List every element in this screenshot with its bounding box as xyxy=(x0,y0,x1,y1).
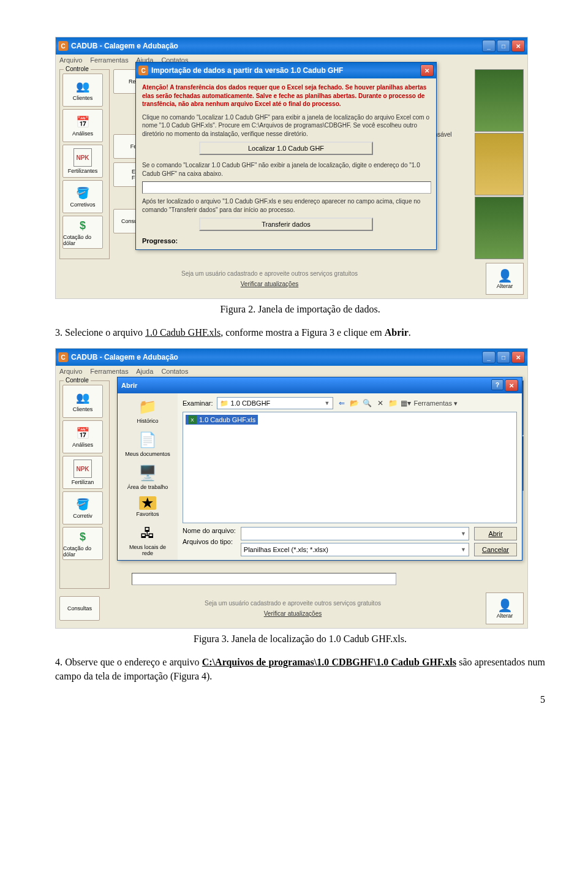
status-text: Seja um usuário cadastrado e aproveite o… xyxy=(59,270,480,277)
open-title: Abrir xyxy=(121,382,137,389)
figure-3-caption: Figura 3. Janela de localização do 1.0 C… xyxy=(55,634,545,645)
place-historico[interactable]: 📁 Histórico xyxy=(123,397,172,424)
xls-icon: X xyxy=(188,415,197,424)
search-icon[interactable]: 🔍 xyxy=(363,398,372,408)
npk-icon: NPK xyxy=(74,148,92,167)
close-button-2[interactable]: ✕ xyxy=(511,351,525,363)
favorites-icon: ★ xyxy=(139,496,156,510)
avatar-icon-2: 👤 xyxy=(497,598,513,613)
desktop-icon: 🖥️ xyxy=(138,463,157,483)
filename-label: Nome do arquivo: xyxy=(183,527,236,534)
menu-ferramentas-2[interactable]: Ferramentas xyxy=(90,368,128,375)
cancel-button[interactable]: Cancelar xyxy=(474,543,517,556)
bucket-icon-2: 🪣 xyxy=(75,497,90,512)
cotacao-button[interactable]: $ Cotação do dólar xyxy=(62,216,103,249)
close-button[interactable]: ✕ xyxy=(511,40,525,52)
app-icon-2: C xyxy=(58,352,68,362)
network-icon: 🖧 xyxy=(138,523,157,543)
open-button[interactable]: Abrir xyxy=(474,527,517,540)
figure-2-caption: Figura 2. Janela de importação de dados. xyxy=(55,304,545,315)
file-item-selected[interactable]: X 1.0 Cadub GHF.xls xyxy=(186,415,258,425)
place-locais[interactable]: 🖧 Meus locais de rede xyxy=(123,523,172,556)
place-area[interactable]: 🖥️ Área de trabalho xyxy=(123,463,172,490)
file-list[interactable]: X 1.0 Cadub GHF.xls xyxy=(183,412,517,523)
info-text-1: Clique no comando "Localizar 1.0 Cadub G… xyxy=(142,113,430,138)
menu-ajuda-2[interactable]: Ajuda xyxy=(136,368,153,375)
behind-input xyxy=(132,573,396,585)
right-images xyxy=(475,69,524,259)
page-number: 5 xyxy=(55,694,545,705)
verify-link[interactable]: Verificar atualizações xyxy=(59,281,480,287)
main-titlebar: C CADUB - Calagem e Adubação _ □ ✕ xyxy=(56,37,527,55)
info-text-2: Se o comando "Localizar 1.0 Cadub GHF" n… xyxy=(142,161,430,178)
alterar-button-2[interactable]: 👤 Alterar xyxy=(486,592,524,624)
open-close-button[interactable]: ✕ xyxy=(505,379,518,392)
tools-dropdown[interactable]: Ferramentas ▾ xyxy=(414,399,458,407)
delete-icon[interactable]: ✕ xyxy=(375,398,385,408)
controle-panel: Controle 👥 Clientes 📅 Análises NPK Ferti… xyxy=(59,69,110,259)
clientes-button[interactable]: 👥 Clientes xyxy=(62,74,103,107)
progress-label: Progresso: xyxy=(142,237,430,244)
avatar-icon: 👤 xyxy=(497,268,513,283)
status-text-2: Seja um usuário cadastrado e aproveite o… xyxy=(106,600,480,607)
filetype-combo[interactable]: Planilhas Excel (*.xls; *.xlsx) ▼ xyxy=(241,543,469,556)
folder-icon: 📁 xyxy=(220,399,228,407)
dollar-icon: $ xyxy=(75,218,90,233)
alterar-button[interactable]: 👤 Alterar xyxy=(486,263,524,295)
help-button[interactable]: ? xyxy=(491,379,503,390)
place-favoritos[interactable]: ★ Favoritos xyxy=(123,496,172,517)
crop-image-2 xyxy=(475,133,524,195)
paragraph-step-4: 4. Observe que o endereço e arquivo C:\A… xyxy=(55,656,545,683)
minimize-button-2[interactable]: _ xyxy=(482,351,496,363)
dialog-icon: C xyxy=(138,66,148,75)
back-icon[interactable]: ⇐ xyxy=(337,398,347,408)
controle-legend: Controle xyxy=(64,66,91,72)
transfer-button[interactable]: Transferir dados xyxy=(199,218,373,231)
npk-icon-2: NPK xyxy=(74,460,92,478)
examine-label: Examinar: xyxy=(183,399,213,407)
maximize-button[interactable]: □ xyxy=(497,40,510,52)
menu-arquivo[interactable]: Arquivo xyxy=(59,56,82,64)
maximize-button-2[interactable]: □ xyxy=(497,351,510,363)
filetype-label: Arquivos do tipo: xyxy=(183,538,236,545)
app-title: CADUB - Calagem e Adubação xyxy=(71,42,178,50)
menu-ferramentas[interactable]: Ferramentas xyxy=(90,56,128,64)
analises-button[interactable]: 📅 Análises xyxy=(62,109,103,142)
views-icon[interactable]: ▦▾ xyxy=(401,398,411,408)
analises-button-2[interactable]: 📅 Análises xyxy=(62,420,103,453)
import-close-button[interactable]: ✕ xyxy=(420,64,434,77)
bucket-icon: 🪣 xyxy=(75,186,90,200)
import-dialog-title: Importação de dados a partir da versão 1… xyxy=(151,66,343,75)
folder-combo[interactable]: 📁 1.0 CDBGHF ▼ xyxy=(217,397,333,409)
main-titlebar-2: C CADUB - Calagem e Adubação _ □ ✕ xyxy=(56,349,527,366)
locate-button[interactable]: Localizar 1.0 Cadub GHF xyxy=(199,142,373,155)
cotacao-button-2[interactable]: $ Cotação do dólar xyxy=(62,527,103,560)
open-titlebar: Abrir ? ✕ xyxy=(118,377,522,393)
places-bar: 📁 Histórico 📄 Meus documentos 🖥️ Área de… xyxy=(118,393,178,560)
verify-link-2[interactable]: Verificar atualizações xyxy=(106,610,480,617)
fertilizantes-button[interactable]: NPK Fertilizantes xyxy=(62,145,103,178)
fertilizantes-button-2[interactable]: NPK Fertilizan xyxy=(62,456,103,489)
open-dialog: Abrir ? ✕ 📁 Histórico 📄 Meus xyxy=(117,377,522,561)
screenshot-figure-3: C CADUB - Calagem e Adubação _ □ ✕ Arqui… xyxy=(55,348,528,629)
app-icon: C xyxy=(58,41,68,51)
filename-input[interactable]: ▼ xyxy=(241,527,469,540)
screenshot-figure-2: C CADUB - Calagem e Adubação _ □ ✕ Arqui… xyxy=(55,37,528,299)
minimize-button[interactable]: _ xyxy=(482,40,496,52)
documents-icon: 📄 xyxy=(138,430,157,450)
path-input[interactable] xyxy=(142,181,431,194)
history-icon: 📁 xyxy=(138,397,157,417)
consultas-button-2[interactable]: Consultas xyxy=(59,596,100,621)
menu-arquivo-2[interactable]: Arquivo xyxy=(59,368,82,375)
corretivos-button[interactable]: 🪣 Corretivos xyxy=(62,180,103,213)
paragraph-step-3: 3. Selecione o arquivo 1.0 Cadub GHF.xls… xyxy=(55,326,545,339)
up-icon[interactable]: 📂 xyxy=(350,398,360,408)
calendar-icon-2: 📅 xyxy=(75,426,90,441)
corretivos-button-2[interactable]: 🪣 Corretiv xyxy=(62,491,103,524)
menubar-2: Arquivo Ferramentas Ajuda Contatos xyxy=(56,366,527,377)
clientes-button-2[interactable]: 👥 Clientes xyxy=(62,385,103,418)
new-folder-icon[interactable]: 📁 xyxy=(388,398,398,408)
menu-contatos-2[interactable]: Contatos xyxy=(161,368,188,375)
place-meus-docs[interactable]: 📄 Meus documentos xyxy=(123,430,172,457)
center-area: C Importação de dados a partir da versão… xyxy=(160,69,416,259)
